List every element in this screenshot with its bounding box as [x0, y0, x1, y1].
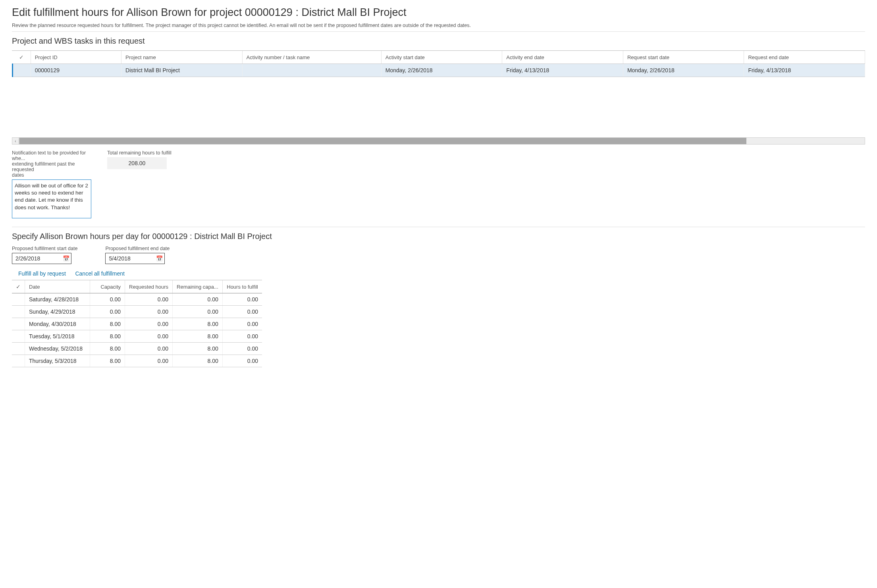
- cell-remaining: 8.00: [173, 355, 223, 367]
- notification-textarea[interactable]: [12, 179, 91, 218]
- calendar-icon[interactable]: 📅: [63, 255, 69, 262]
- cell-activity-start: Monday, 2/26/2018: [381, 64, 502, 77]
- table-header-row: ✓ Date Capacity Requested hours Remainin…: [12, 280, 262, 293]
- cell-date: Monday, 4/30/2018: [25, 318, 90, 330]
- row-selector[interactable]: [12, 343, 25, 355]
- proposed-start-date-value: 2/26/2018: [15, 255, 40, 262]
- cell-date: Wednesday, 5/2/2018: [25, 343, 90, 355]
- cell-remaining: 8.00: [173, 318, 223, 330]
- col-project-name[interactable]: Project name: [121, 51, 243, 64]
- col-remaining-capacity[interactable]: Remaining capa...: [173, 280, 223, 293]
- divider: [12, 227, 865, 227]
- proposed-start-label: Proposed fulfillment start date: [12, 246, 77, 251]
- cell-activity-end: Friday, 4/13/2018: [502, 64, 623, 77]
- col-requested-hours[interactable]: Requested hours: [125, 280, 173, 293]
- cell-activity-task: [242, 64, 381, 77]
- cell-hours-to-fulfill[interactable]: 0.00: [222, 330, 262, 343]
- cell-hours-to-fulfill[interactable]: 0.00: [222, 318, 262, 330]
- table-header-row: ✓ Project ID Project name Activity numbe…: [13, 51, 865, 64]
- select-all-checkbox[interactable]: ✓: [13, 51, 31, 64]
- cell-capacity: 0.00: [90, 293, 125, 306]
- cell-request-end: Friday, 4/13/2018: [744, 64, 865, 77]
- section-project-wbs-title: Project and WBS tasks in this request: [12, 37, 865, 46]
- cell-requested: 0.00: [125, 293, 173, 306]
- fulfill-all-by-request-link[interactable]: Fulfill all by request: [18, 270, 66, 277]
- horizontal-scrollbar[interactable]: ‹: [12, 137, 865, 145]
- col-activity-task[interactable]: Activity number / task name: [242, 51, 381, 64]
- notification-label: Notification text to be provided for whe…: [12, 150, 91, 178]
- cell-hours-to-fulfill[interactable]: 0.00: [222, 355, 262, 367]
- cell-date: Saturday, 4/28/2018: [25, 293, 90, 306]
- project-wbs-grid: ✓ Project ID Project name Activity numbe…: [12, 50, 865, 145]
- proposed-start-date-input[interactable]: 2/26/2018 📅: [12, 253, 71, 264]
- cell-capacity: 8.00: [90, 355, 125, 367]
- cell-capacity: 8.00: [90, 330, 125, 343]
- col-date[interactable]: Date: [25, 280, 90, 293]
- cell-hours-to-fulfill[interactable]: 0.00: [222, 343, 262, 355]
- col-request-end[interactable]: Request end date: [744, 51, 865, 64]
- section-specify-hours-title: Specify Allison Brown hours per day for …: [12, 232, 865, 241]
- table-row[interactable]: Sunday, 4/29/20180.000.000.000.00: [12, 306, 262, 318]
- cell-remaining: 0.00: [173, 293, 223, 306]
- cell-requested: 0.00: [125, 306, 173, 318]
- row-selector[interactable]: [12, 330, 25, 343]
- remaining-hours-value: 208.00: [107, 157, 167, 169]
- page-title: Edit fulfillment hours for Allison Brown…: [12, 6, 865, 19]
- col-request-start[interactable]: Request start date: [623, 51, 744, 64]
- cell-requested: 0.00: [125, 343, 173, 355]
- row-selector[interactable]: [12, 318, 25, 330]
- table-row[interactable]: Saturday, 4/28/20180.000.000.000.00: [12, 293, 262, 306]
- row-selector[interactable]: [12, 306, 25, 318]
- cell-project-name: District Mall BI Project: [121, 64, 243, 77]
- row-selector[interactable]: [12, 355, 25, 367]
- col-hours-to-fulfill[interactable]: Hours to fulfill: [222, 280, 262, 293]
- check-icon: ✓: [19, 54, 24, 60]
- divider: [12, 31, 865, 32]
- cell-date: Tuesday, 5/1/2018: [25, 330, 90, 343]
- proposed-end-date-input[interactable]: 5/4/2018 📅: [105, 253, 165, 264]
- row-selector[interactable]: [13, 64, 31, 77]
- cell-hours-to-fulfill[interactable]: 0.00: [222, 306, 262, 318]
- proposed-end-date-value: 5/4/2018: [109, 255, 131, 262]
- scroll-left-icon[interactable]: ‹: [12, 137, 19, 145]
- cell-project-id[interactable]: 00000129: [31, 64, 121, 77]
- cell-hours-to-fulfill[interactable]: 0.00: [222, 293, 262, 306]
- cell-remaining: 0.00: [173, 306, 223, 318]
- table-row[interactable]: Tuesday, 5/1/20188.000.008.000.00: [12, 330, 262, 343]
- cell-request-start: Monday, 2/26/2018: [623, 64, 744, 77]
- cell-remaining: 8.00: [173, 343, 223, 355]
- col-project-id[interactable]: Project ID: [31, 51, 121, 64]
- remaining-hours-label: Total remaining hours to fulfill: [107, 150, 172, 156]
- col-activity-end[interactable]: Activity end date: [502, 51, 623, 64]
- cell-capacity: 0.00: [90, 306, 125, 318]
- select-all-checkbox[interactable]: ✓: [12, 280, 25, 293]
- calendar-icon[interactable]: 📅: [156, 255, 163, 262]
- col-activity-start[interactable]: Activity start date: [381, 51, 502, 64]
- cell-date: Thursday, 5/3/2018: [25, 355, 90, 367]
- col-capacity[interactable]: Capacity: [90, 280, 125, 293]
- check-icon: ✓: [16, 283, 21, 290]
- hours-per-day-grid: ✓ Date Capacity Requested hours Remainin…: [12, 280, 262, 367]
- cell-date: Sunday, 4/29/2018: [25, 306, 90, 318]
- cell-remaining: 8.00: [173, 330, 223, 343]
- row-selector[interactable]: [12, 293, 25, 306]
- cell-capacity: 8.00: [90, 318, 125, 330]
- cancel-all-fulfillment-link[interactable]: Cancel all fulfillment: [75, 270, 125, 277]
- table-row[interactable]: Wednesday, 5/2/20188.000.008.000.00: [12, 343, 262, 355]
- cell-requested: 0.00: [125, 318, 173, 330]
- table-row[interactable]: Thursday, 5/3/20188.000.008.000.00: [12, 355, 262, 367]
- proposed-end-label: Proposed fulfillment end date: [105, 246, 170, 251]
- table-row[interactable]: Monday, 4/30/20188.000.008.000.00: [12, 318, 262, 330]
- cell-capacity: 8.00: [90, 343, 125, 355]
- page-description: Review the planned resource requested ho…: [12, 23, 865, 28]
- cell-requested: 0.00: [125, 330, 173, 343]
- table-row[interactable]: 00000129 District Mall BI Project Monday…: [13, 64, 865, 77]
- cell-requested: 0.00: [125, 355, 173, 367]
